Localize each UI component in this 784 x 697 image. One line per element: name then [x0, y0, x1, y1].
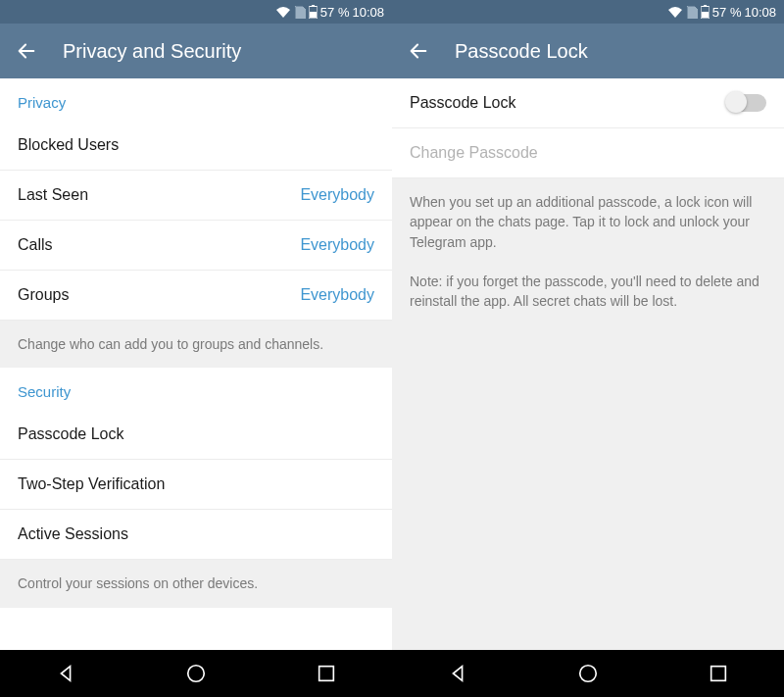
- clock-text: 10:08: [744, 5, 776, 20]
- clock-text: 10:08: [352, 5, 384, 20]
- row-label: Calls: [18, 236, 53, 254]
- row-label: Passcode Lock: [410, 94, 516, 112]
- content-area: Privacy Blocked Users Last Seen Everybod…: [0, 78, 392, 650]
- hint-text-2: Note: if you forget the passcode, you'll…: [410, 274, 760, 309]
- battery-text: 57 %: [320, 5, 350, 20]
- svg-rect-4: [319, 667, 334, 681]
- app-bar: Privacy and Security: [0, 24, 392, 78]
- svg-rect-6: [704, 5, 707, 7]
- status-bar: 57 % 10:08: [392, 0, 784, 24]
- row-blocked-users[interactable]: Blocked Users: [0, 121, 392, 171]
- row-label: Blocked Users: [18, 136, 119, 154]
- privacy-hint: Change who can add you to groups and cha…: [0, 321, 392, 368]
- svg-point-8: [580, 666, 597, 682]
- row-active-sessions[interactable]: Active Sessions: [0, 510, 392, 560]
- nav-back-icon[interactable]: [55, 663, 76, 684]
- svg-rect-1: [312, 5, 315, 7]
- passcode-hint: When you set up an additional passcode, …: [392, 178, 784, 650]
- back-arrow-icon[interactable]: [408, 40, 429, 62]
- svg-rect-9: [711, 667, 726, 681]
- security-hint: Control your sessions on other devices.: [0, 560, 392, 607]
- nav-back-icon[interactable]: [447, 663, 468, 684]
- row-value: Everybody: [300, 186, 374, 204]
- passcode-toggle[interactable]: [727, 94, 766, 112]
- row-value: Everybody: [300, 286, 374, 304]
- row-value: Everybody: [300, 236, 374, 254]
- section-header-security: Security: [0, 368, 392, 410]
- page-title: Passcode Lock: [455, 40, 588, 63]
- content-area: Passcode Lock Change Passcode When you s…: [392, 78, 784, 650]
- row-last-seen[interactable]: Last Seen Everybody: [0, 171, 392, 221]
- row-groups[interactable]: Groups Everybody: [0, 271, 392, 321]
- row-change-passcode: Change Passcode: [392, 128, 784, 178]
- back-arrow-icon[interactable]: [16, 40, 37, 62]
- row-calls[interactable]: Calls Everybody: [0, 221, 392, 271]
- row-two-step[interactable]: Two-Step Verification: [0, 460, 392, 510]
- row-label: Two-Step Verification: [18, 475, 165, 493]
- row-passcode-toggle[interactable]: Passcode Lock: [392, 78, 784, 128]
- screen-passcode-lock: 57 % 10:08 Passcode Lock Passcode Lock C…: [392, 0, 784, 697]
- nav-home-icon[interactable]: [185, 663, 207, 684]
- nav-bar: [392, 650, 784, 697]
- row-label: Change Passcode: [410, 144, 538, 162]
- wifi-icon: [275, 6, 291, 18]
- battery-icon: [309, 5, 318, 19]
- row-passcode-lock[interactable]: Passcode Lock: [0, 410, 392, 460]
- row-label: Passcode Lock: [18, 425, 124, 443]
- nav-recent-icon[interactable]: [708, 663, 729, 684]
- nav-bar: [0, 650, 392, 697]
- battery-icon: [701, 5, 710, 19]
- status-bar: 57 % 10:08: [0, 0, 392, 24]
- section-header-privacy: Privacy: [0, 78, 392, 121]
- page-title: Privacy and Security: [63, 40, 241, 63]
- screen-privacy-security: 57 % 10:08 Privacy and Security Privacy …: [0, 0, 392, 697]
- wifi-icon: [667, 6, 683, 18]
- battery-text: 57 %: [712, 5, 742, 20]
- app-bar: Passcode Lock: [392, 24, 784, 78]
- nav-home-icon[interactable]: [577, 663, 599, 684]
- hint-text-1: When you set up an additional passcode, …: [410, 194, 752, 250]
- row-label: Last Seen: [18, 186, 88, 204]
- svg-point-3: [188, 666, 205, 682]
- row-label: Active Sessions: [18, 525, 128, 543]
- no-sim-icon: [686, 5, 698, 19]
- svg-rect-2: [310, 12, 317, 18]
- row-label: Groups: [18, 286, 69, 304]
- no-sim-icon: [294, 5, 306, 19]
- nav-recent-icon[interactable]: [316, 663, 337, 684]
- svg-rect-7: [702, 12, 709, 18]
